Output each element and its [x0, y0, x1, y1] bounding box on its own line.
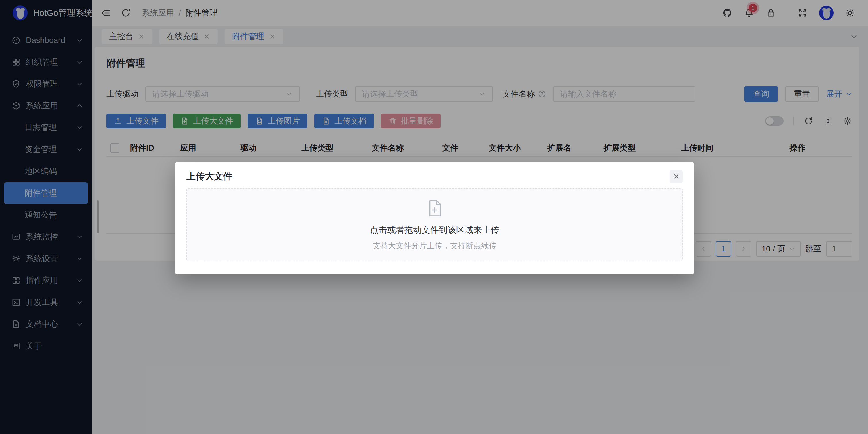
modal-close-button[interactable]	[670, 170, 683, 183]
app-root: HotGo管理系统 Dashboard 组织管理 权限管理 系统应用	[0, 0, 868, 434]
close-icon	[673, 173, 680, 180]
upload-dropzone[interactable]: 点击或者拖动文件到该区域来上传 支持大文件分片上传，支持断点续传	[186, 188, 683, 261]
file-plus-icon	[425, 199, 444, 218]
modal-header: 上传大文件	[186, 170, 683, 183]
dropzone-text: 点击或者拖动文件到该区域来上传	[370, 224, 499, 236]
modal-title: 上传大文件	[186, 170, 232, 183]
upload-big-file-modal: 上传大文件 点击或者拖动文件到该区域来上传 支持大文件分片上传，支持断点续传	[175, 162, 694, 274]
dropzone-hint: 支持大文件分片上传，支持断点续传	[373, 240, 497, 251]
